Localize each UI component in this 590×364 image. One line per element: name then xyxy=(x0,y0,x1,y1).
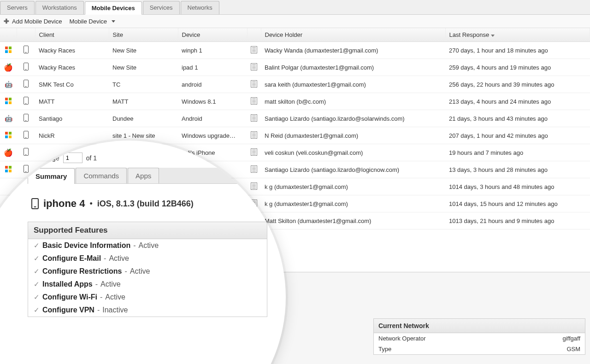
phone-icon xyxy=(24,80,29,88)
primary-tabs: Servers Workstations Mobile Devices Serv… xyxy=(0,0,590,15)
chevron-down-icon xyxy=(112,20,115,23)
network-operator-row: Network Operator giffgaff xyxy=(374,333,585,344)
tab-networks[interactable]: Networks xyxy=(181,1,219,14)
cell-last-response: 1013 days, 21 hours and 9 minutes ago xyxy=(445,212,590,229)
windows-icon xyxy=(5,98,12,104)
building-icon xyxy=(251,148,257,156)
tab-services[interactable]: Services xyxy=(143,1,180,14)
windows-icon xyxy=(5,166,12,172)
building-icon xyxy=(251,46,257,53)
col-device-icon[interactable] xyxy=(17,28,35,42)
table-row[interactable]: 🤖SMK Test CoTCandroidsara keith (dumaxte… xyxy=(0,76,590,93)
feature-name: Configure VPN xyxy=(42,306,94,314)
building-icon xyxy=(251,182,257,190)
cell-client: SMK Test Co xyxy=(35,76,109,93)
col-last-response[interactable]: Last Response xyxy=(445,28,590,42)
menu-label: Mobile Device xyxy=(69,18,107,25)
feature-name: Configure Wi-Fi xyxy=(42,293,97,301)
tab-workstations[interactable]: Workstations xyxy=(35,1,84,14)
feature-status: Active xyxy=(139,241,159,250)
add-label: Add Mobile Device xyxy=(12,18,62,25)
col-device[interactable]: Device xyxy=(178,28,247,42)
current-network-panel: Current Network Network Operator giffgaf… xyxy=(373,318,585,355)
table-row[interactable]: 🍎Wacky RacesNew Siteipad 1Balint Polgar … xyxy=(0,59,590,76)
sort-desc-icon xyxy=(491,35,495,37)
table-row[interactable]: NickRsite 1 - New siteWindows upgrade…N … xyxy=(0,127,590,144)
cell-last-response: 21 days, 3 hours and 43 minutes ago xyxy=(445,110,590,127)
building-icon xyxy=(251,80,257,88)
cell-device: winph 1 xyxy=(178,42,247,59)
plus-icon: ✚ xyxy=(4,18,9,25)
supported-features-panel: Supported Features ✓Basic Device Informa… xyxy=(28,222,267,317)
feature-status: Inactive xyxy=(102,306,128,314)
apple-icon: 🍎 xyxy=(4,64,13,71)
feature-status: Active xyxy=(105,293,125,301)
phone-icon xyxy=(24,97,29,105)
toolbar: ✚ Add Mobile Device Mobile Device xyxy=(0,15,590,28)
check-icon: ✓ xyxy=(34,267,40,276)
cell-device: android xyxy=(178,76,247,93)
network-operator-value: giffgaff xyxy=(562,335,580,342)
bullet-separator: • xyxy=(89,199,92,209)
check-icon: ✓ xyxy=(34,293,40,301)
building-icon xyxy=(251,165,257,173)
building-icon xyxy=(251,114,257,122)
check-icon: ✓ xyxy=(34,280,40,288)
cell-site: MATT xyxy=(109,93,178,110)
cell-site: Dundee xyxy=(109,110,178,127)
cell-last-response: 13 days, 3 hours and 28 minutes ago xyxy=(445,161,590,178)
cell-last-response: 213 days, 4 hours and 24 minutes ago xyxy=(445,93,590,110)
phone-icon xyxy=(24,148,29,156)
feature-row: ✓Basic Device Information - Active xyxy=(28,239,267,252)
detail-tab-commands[interactable]: Commands xyxy=(76,168,127,183)
col-holder[interactable]: Device Holder xyxy=(261,28,445,42)
tab-servers[interactable]: Servers xyxy=(0,1,35,14)
feature-row: ✓Configure E-Mail - Active xyxy=(28,252,267,265)
cell-last-response: 1014 days, 15 hours and 12 minutes ago xyxy=(445,195,590,212)
cell-holder: k g (dumaxtester1@gmail.com) xyxy=(261,195,445,212)
supported-features-header: Supported Features xyxy=(28,222,267,239)
table-row[interactable]: MATTMATTWindows 8.1matt skilton (b@c.com… xyxy=(0,93,590,110)
col-os-icon[interactable] xyxy=(0,28,17,42)
cell-holder: matt skilton (b@c.com) xyxy=(261,93,445,110)
pager-of-label: of 1 xyxy=(86,154,97,162)
table-row[interactable]: 🤖SantiagoDundeeAndroidSantiago Lizardo (… xyxy=(0,110,590,127)
add-mobile-device-button[interactable]: ✚ Add Mobile Device xyxy=(4,18,62,25)
device-name: iphone 4 xyxy=(43,198,85,210)
building-icon xyxy=(251,97,257,105)
mobile-device-menu[interactable]: Mobile Device xyxy=(69,18,115,25)
cell-site: New Site xyxy=(109,42,178,59)
cell-device: ipad 1 xyxy=(178,59,247,76)
cell-holder: N Reid (dumaxtester1@gmail.com) xyxy=(261,127,445,144)
cell-holder: k g (dumaxtester1@gmail.com) xyxy=(261,178,445,195)
building-icon xyxy=(251,63,257,70)
feature-row: ✓Configure Wi-Fi - Active xyxy=(28,291,267,304)
building-icon xyxy=(251,131,257,139)
cell-client: Santiago xyxy=(35,110,109,127)
check-icon: ✓ xyxy=(34,306,40,314)
feature-status: Active xyxy=(130,267,150,276)
cell-last-response: 259 days, 4 hours and 19 minutes ago xyxy=(445,59,590,76)
cell-client: Wacky Races xyxy=(35,59,109,76)
cell-device: Windows upgrade… xyxy=(178,127,247,144)
cell-holder: Wacky Wanda (dumaxtester1@gmail.com) xyxy=(261,42,445,59)
phone-icon xyxy=(24,165,29,173)
table-row[interactable]: Wacky RacesNew Sitewinph 1Wacky Wanda (d… xyxy=(0,42,590,59)
pager-page-input[interactable] xyxy=(63,153,83,163)
device-title: iphone 4 • iOS, 8.1.3 (build 12B466) xyxy=(28,184,267,222)
col-client[interactable]: Client xyxy=(35,28,109,42)
network-type-label: Type xyxy=(378,346,391,352)
col-site[interactable]: Site xyxy=(109,28,178,42)
phone-icon xyxy=(24,63,29,70)
detail-tab-apps[interactable]: Apps xyxy=(128,168,159,183)
windows-icon xyxy=(5,132,12,138)
cell-client: MATT xyxy=(35,93,109,110)
tab-mobile-devices[interactable]: Mobile Devices xyxy=(85,1,142,15)
network-type-value: GSM xyxy=(566,346,580,352)
col-building-icon[interactable] xyxy=(247,28,261,42)
cell-last-response: 256 days, 22 hours and 39 minutes ago xyxy=(445,76,590,93)
android-icon: 🤖 xyxy=(5,115,12,122)
feature-name: Configure E-Mail xyxy=(42,254,101,263)
feature-row: ✓Configure VPN - Inactive xyxy=(28,304,267,317)
cell-last-response: 1014 days, 3 hours and 48 minutes ago xyxy=(445,178,590,195)
